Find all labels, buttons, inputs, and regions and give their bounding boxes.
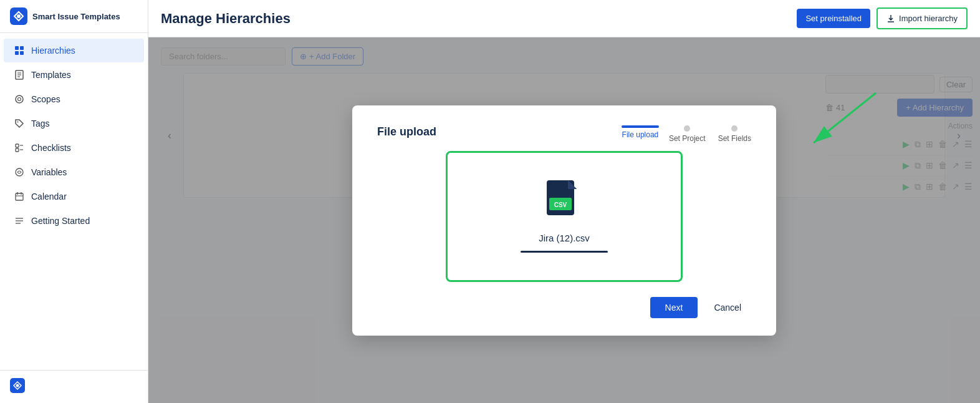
file-underline: [521, 251, 608, 253]
svg-rect-15: [16, 148, 19, 152]
calendar-icon: [14, 191, 25, 202]
logo-icon: [10, 7, 27, 25]
step-2-label: Set Project: [669, 134, 706, 143]
sidebar-item-label: Templates: [31, 70, 71, 80]
header-actions: Set preinstalled Import hierarchy: [797, 7, 968, 29]
sidebar-item-label: Variables: [31, 167, 67, 177]
sidebar-item-tags[interactable]: Tags: [4, 112, 144, 135]
main-body: ⊕ + Add Folder ‹ › Clear 🗑41 + Add Hiera…: [148, 37, 980, 403]
svg-point-1: [17, 14, 21, 18]
file-upload-modal: File upload File upload Set Project: [352, 105, 776, 336]
app-logo: Smart Issue Templates: [0, 0, 148, 33]
stepper: File upload Set Project: [622, 125, 751, 143]
cancel-button[interactable]: Cancel: [704, 297, 751, 318]
modal-overlay: File upload File upload Set Project: [148, 37, 980, 403]
getting-started-icon: [14, 215, 25, 226]
step-1-line: [622, 125, 659, 128]
variables-icon: [14, 167, 25, 178]
svg-rect-2: [15, 46, 19, 50]
sidebar-item-scopes[interactable]: Scopes: [4, 87, 144, 111]
step-2-dot: [684, 125, 690, 132]
svg-point-10: [16, 95, 23, 103]
step-3-dot: [731, 125, 737, 132]
svg-rect-13: [16, 144, 19, 147]
modal-title: File upload: [377, 125, 436, 138]
sidebar-item-label: Getting Started: [31, 216, 90, 226]
svg-text:CSV: CSV: [554, 202, 567, 208]
bottom-logo-icon: [10, 378, 25, 393]
step-3: Set Fields: [718, 125, 751, 143]
import-icon: [886, 14, 895, 23]
filename-text: Jira (12).csv: [539, 233, 590, 243]
sidebar-item-hierarchies[interactable]: Hierarchies: [4, 39, 144, 62]
sidebar-bottom: [0, 370, 148, 403]
sidebar-item-label: Scopes: [31, 94, 60, 104]
modal-footer: Next Cancel: [377, 297, 751, 318]
templates-icon: [14, 69, 25, 80]
annotation-arrow: [751, 87, 888, 162]
page-title: Manage Hierarchies: [161, 11, 291, 27]
svg-rect-3: [20, 46, 24, 50]
hierarchies-icon: [14, 45, 25, 56]
main-header: Manage Hierarchies Set preinstalled Impo…: [148, 0, 980, 37]
sidebar-item-variables[interactable]: Variables: [4, 160, 144, 184]
step-2: Set Project: [669, 125, 706, 143]
sidebar: Smart Issue Templates Hierarchies Templa…: [0, 0, 148, 403]
sidebar-item-checklists[interactable]: Checklists: [4, 136, 144, 160]
svg-point-11: [18, 98, 21, 101]
step-1-label: File upload: [622, 130, 659, 139]
svg-rect-4: [15, 51, 19, 55]
svg-point-26: [16, 384, 19, 387]
step-1: File upload: [622, 125, 659, 139]
sidebar-item-label: Hierarchies: [31, 46, 75, 56]
sidebar-item-label: Tags: [31, 119, 50, 129]
sidebar-item-label: Checklists: [31, 143, 71, 153]
import-hierarchy-button[interactable]: Import hierarchy: [877, 7, 968, 29]
tags-icon: [14, 118, 25, 129]
checklists-icon: [14, 142, 25, 153]
svg-point-12: [17, 122, 19, 123]
sidebar-item-getting-started[interactable]: Getting Started: [4, 209, 144, 233]
main-content: Manage Hierarchies Set preinstalled Impo…: [148, 0, 980, 403]
sidebar-item-calendar[interactable]: Calendar: [4, 185, 144, 208]
svg-rect-5: [20, 51, 24, 55]
import-label: Import hierarchy: [899, 14, 958, 23]
step-3-label: Set Fields: [718, 134, 751, 143]
sidebar-item-label: Calendar: [31, 192, 67, 202]
svg-point-17: [16, 168, 23, 176]
file-drop-zone[interactable]: CSV Jira (12).csv: [446, 151, 683, 282]
next-button[interactable]: Next: [650, 297, 698, 318]
set-preinstalled-button[interactable]: Set preinstalled: [797, 9, 870, 28]
scopes-icon: [14, 94, 25, 105]
sidebar-item-templates[interactable]: Templates: [4, 63, 144, 87]
svg-rect-18: [16, 193, 23, 200]
app-name: Smart Issue Templates: [32, 12, 120, 21]
csv-file-icon: CSV: [544, 180, 584, 225]
sidebar-nav: Hierarchies Templates Scopes Tags Checkl…: [0, 33, 148, 370]
